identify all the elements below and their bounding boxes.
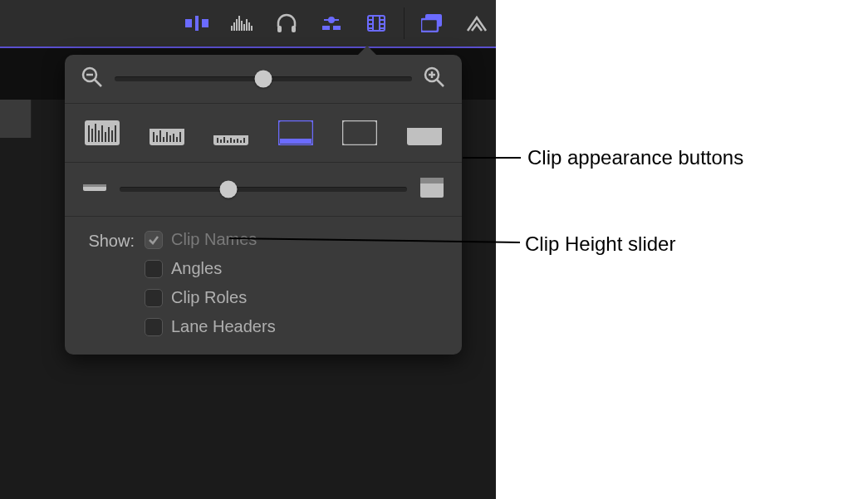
svg-rect-49 [159,130,161,142]
show-clip-roles-checkbox[interactable] [145,289,163,307]
svg-rect-50 [163,137,164,142]
zoom-row [65,55,462,104]
svg-rect-7 [241,21,243,31]
annotation-appearance: Clip appearance buttons [463,146,743,169]
svg-rect-53 [173,134,174,142]
annotation-appearance-text: Clip appearance buttons [527,146,743,169]
appearance-waveform-only[interactable] [277,119,315,147]
svg-rect-73 [83,184,106,187]
show-angles-label: Angles [171,259,222,278]
svg-rect-62 [230,138,232,143]
svg-line-76 [229,238,520,242]
svg-rect-39 [98,130,100,142]
svg-rect-63 [233,139,235,143]
svg-rect-55 [179,132,181,142]
zoom-slider[interactable] [115,69,412,89]
svg-rect-41 [105,132,106,142]
headphones-icon[interactable] [274,11,299,36]
show-clip-names-checkbox [145,231,163,249]
svg-rect-16 [333,26,341,30]
show-clip-roles-label: Clip Roles [171,288,247,307]
svg-rect-58 [217,138,218,143]
svg-rect-8 [243,24,245,31]
track-header-stub [0,100,32,138]
svg-rect-3 [231,26,233,31]
svg-rect-66 [243,138,245,143]
svg-rect-0 [185,19,192,27]
svg-rect-1 [195,16,199,31]
zoom-in-icon[interactable] [424,66,445,91]
clip-appearance-icon[interactable] [364,11,389,36]
clip-height-slider[interactable] [120,179,407,199]
card-icon[interactable] [419,11,444,36]
toolbar-group-right [419,11,489,36]
svg-rect-11 [251,26,253,31]
svg-rect-15 [322,26,330,30]
svg-rect-48 [156,135,158,142]
annotation-height-text: Clip Height slider [525,232,675,256]
show-angles-checkbox[interactable] [145,260,163,278]
clip-height-row [65,163,462,217]
annotation-height-line [229,238,528,255]
snap-icon[interactable] [319,11,344,36]
clip-height-large-icon [420,178,444,201]
svg-rect-75 [420,178,444,183]
svg-rect-36 [88,125,90,142]
svg-rect-4 [233,22,235,31]
show-lane-headers-checkbox[interactable] [145,318,163,336]
svg-rect-52 [169,135,171,142]
svg-rect-12 [277,26,282,32]
svg-point-14 [328,17,335,23]
svg-line-29 [95,80,101,86]
svg-rect-61 [227,140,228,143]
svg-rect-44 [115,125,116,142]
svg-rect-69 [342,120,377,145]
svg-rect-27 [421,19,438,32]
appearance-filmstrip-waveform-short[interactable] [212,119,250,147]
svg-rect-10 [248,22,250,31]
svg-rect-40 [101,125,103,142]
svg-rect-38 [95,124,96,142]
svg-rect-2 [202,19,208,27]
svg-rect-54 [176,137,178,142]
svg-rect-5 [236,19,238,31]
svg-rect-42 [108,127,110,142]
svg-rect-65 [240,140,242,143]
svg-rect-43 [111,130,113,142]
trim-icon[interactable] [184,11,209,36]
timeline-toolbar [0,0,496,46]
clip-appearance-popover: Show: Clip Names Angles Clip Roles [65,55,462,355]
clip-height-small-icon [83,181,106,198]
svg-rect-47 [153,132,154,142]
toolbar-divider [404,7,405,39]
svg-rect-13 [292,26,296,32]
show-label: Show: [83,230,135,336]
svg-rect-9 [246,19,248,31]
appearance-filmstrip-waveform-tall[interactable] [83,119,121,147]
appearance-filmstrip-only[interactable] [341,119,379,147]
svg-rect-71 [407,120,442,128]
svg-rect-59 [220,139,222,143]
appearance-filmstrip-waveform[interactable] [148,119,186,147]
svg-rect-46 [150,120,184,129]
svg-rect-64 [237,139,238,143]
svg-rect-57 [213,120,248,135]
appearance-solid-only[interactable] [405,119,444,147]
show-section: Show: Clip Names Angles Clip Roles [65,217,462,355]
popover-pointer [357,46,377,56]
svg-line-32 [437,80,444,86]
zoom-out-icon[interactable] [81,66,103,91]
svg-rect-68 [280,139,311,144]
svg-rect-6 [238,16,240,31]
show-angles-row[interactable]: Angles [145,259,276,278]
svg-rect-37 [91,129,93,142]
show-lane-headers-row[interactable]: Lane Headers [145,317,276,336]
audio-icon[interactable] [229,11,254,36]
toolbar-group-left [184,11,389,36]
show-lane-headers-label: Lane Headers [171,317,276,336]
clip-appearance-row [65,104,462,163]
show-clip-roles-row[interactable]: Clip Roles [145,288,276,307]
loop-icon[interactable] [464,11,489,36]
svg-rect-51 [166,132,168,142]
annotation-height: Clip Height slider [525,232,675,256]
